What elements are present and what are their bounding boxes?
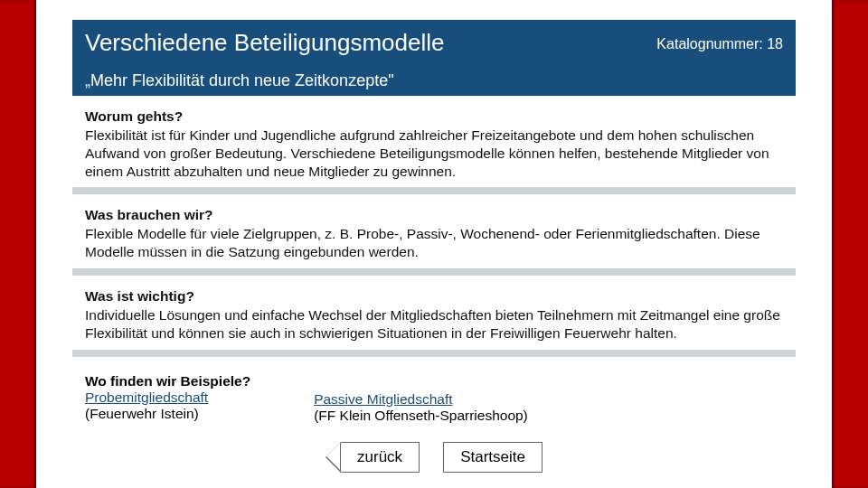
page-title: Verschiedene Beteiligungsmodelle — [85, 29, 445, 57]
section-body: Flexibilität ist für Kinder und Jugendli… — [85, 127, 783, 180]
section-examples: Wo finden wir Beispiele? Probemitgliedsc… — [72, 364, 796, 436]
section-divider — [72, 268, 796, 276]
section-heading: Was brauchen wir? — [85, 207, 783, 223]
back-button[interactable]: zurück — [326, 442, 420, 473]
example-link-probemitgliedschaft[interactable]: Probemitgliedschaft — [85, 389, 208, 405]
section-need: Was brauchen wir? Flexible Modelle für v… — [72, 202, 796, 268]
chevron-left-icon — [326, 442, 341, 473]
section-heading: Worum gehts? — [85, 108, 783, 125]
section-important: Was ist wichtig? Individuelle Lösungen u… — [72, 283, 796, 350]
section-divider — [72, 350, 796, 357]
example-source: (Feuerwehr Istein) — [85, 406, 250, 422]
page-subtitle: „Mehr Flexibilität durch neue Zeitkonzep… — [85, 71, 783, 90]
examples-col-1: Wo finden wir Beispiele? Probemitgliedsc… — [85, 373, 250, 424]
frame-border-left — [0, 0, 36, 488]
section-heading: Was ist wichtig? — [85, 288, 783, 305]
frame-border-right — [832, 0, 868, 488]
hero-panel: Verschiedene Beteiligungsmodelle Katalog… — [72, 20, 796, 96]
example-link-passive-mitgliedschaft[interactable]: Passive Mitgliedschaft — [314, 391, 452, 407]
section-divider — [72, 187, 796, 194]
examples-col-2: Passive Mitgliedschaft (FF Klein Offense… — [314, 373, 528, 424]
home-button[interactable]: Startseite — [443, 442, 542, 473]
back-button-label: zurück — [341, 442, 420, 473]
section-body: Flexible Modelle für viele Zielgruppen, … — [85, 225, 783, 261]
page-content: Verschiedene Beteiligungsmodelle Katalog… — [36, 0, 832, 488]
catalog-number: Katalognummer: 18 — [656, 36, 783, 52]
example-source: (FF Klein Offenseth-Sparrieshoop) — [314, 408, 528, 424]
section-heading: Wo finden wir Beispiele? — [85, 373, 250, 389]
section-about: Worum gehts? Flexibilität ist für Kinder… — [72, 103, 796, 187]
section-body: Individuelle Lösungen und einfache Wechs… — [85, 306, 783, 343]
footer-nav: zurück Startseite — [36, 442, 832, 473]
